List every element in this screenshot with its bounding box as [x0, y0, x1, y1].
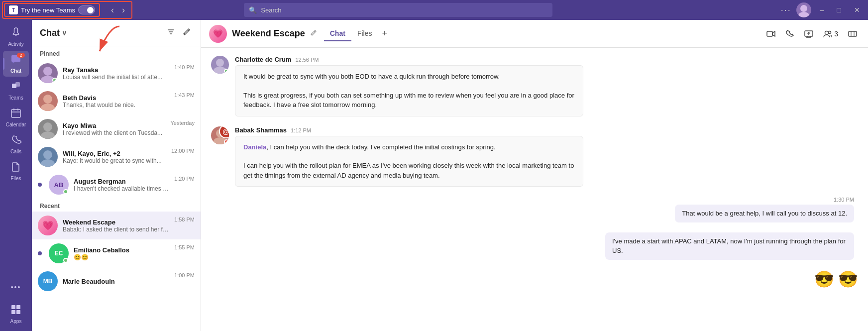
ray-time: 1:40 PM — [174, 64, 195, 70]
chat-panel-title[interactable]: Chat ∨ — [40, 28, 67, 38]
chat-header-icons — [165, 26, 193, 40]
svg-point-18 — [43, 67, 52, 76]
activity-label: Activity — [8, 41, 24, 47]
we-name: Weekend Escape — [63, 219, 169, 226]
ray-avatar — [38, 63, 58, 83]
chat-item-beth[interactable]: Beth Davis Thanks, that would be nice. 1… — [32, 87, 201, 115]
minimize-button[interactable]: – — [816, 5, 828, 15]
rail-item-apps[interactable]: Apps — [3, 301, 29, 327]
babak-time: 1:12 PM — [291, 127, 311, 133]
try-new-teams-banner[interactable]: T Try the new Teams — [4, 3, 100, 17]
more-options-button[interactable] — [845, 26, 860, 41]
emiliano-time: 1:55 PM — [174, 244, 195, 250]
svg-point-22 — [43, 122, 52, 131]
august-online — [63, 189, 68, 194]
ray-name: Ray Tanaka — [63, 66, 169, 74]
chat-item-ray[interactable]: Ray Tanaka Louisa will send the initial … — [32, 59, 201, 87]
marie-avatar: MB — [38, 271, 58, 291]
beth-preview: Thanks, that would be nice. — [63, 102, 169, 109]
chat-item-kayo[interactable]: Kayo Miwa I reviewed with the client on … — [32, 115, 201, 143]
charlotte-avatar — [211, 56, 229, 74]
calendar-label: Calendar — [6, 122, 26, 127]
content-tabs: Chat Files + — [324, 26, 391, 41]
teams-icon: T — [9, 5, 18, 14]
content-area: 💗 Weekend Escape Chat Files + — [201, 20, 868, 331]
will-preview: Kayo: It would be great to sync with... — [63, 157, 166, 164]
svg-point-0 — [800, 5, 807, 12]
svg-point-24 — [43, 150, 52, 159]
right-message-1-container: 1:30 PM That would be a great help, I wi… — [675, 197, 854, 222]
maximize-button[interactable]: □ — [833, 5, 845, 15]
forward-button[interactable]: › — [119, 4, 128, 16]
right-bubble-1: That would be a great help, I will call … — [675, 205, 854, 222]
chat-item-august[interactable]: AB August Bergman I haven't checked avai… — [32, 171, 201, 199]
svg-point-1 — [798, 12, 809, 17]
babak-busy-indicator — [224, 139, 229, 144]
emiliano-chat-info: Emiliano Ceballos 😊😊 — [74, 246, 169, 261]
apps-label: Apps — [10, 319, 22, 324]
audio-call-button[interactable] — [782, 26, 797, 41]
apps-icon — [10, 304, 21, 318]
try-teams-toggle[interactable] — [78, 5, 95, 14]
message-babak: @ Babak Shammas 1:12 PM Daniela, I can h… — [211, 126, 858, 187]
left-rail: Activity 2 Chat Teams — [0, 20, 32, 331]
august-preview: I haven't checked available times yet — [74, 185, 169, 192]
babak-avatar: @ — [211, 126, 229, 144]
chat-item-weekend-escape[interactable]: 💗 Weekend Escape Babak: I asked the clie… — [32, 212, 201, 239]
rail-item-teams[interactable]: Teams — [3, 78, 29, 104]
rail-item-files[interactable]: Files — [3, 158, 29, 184]
recent-section-label: Recent — [32, 199, 201, 212]
back-button[interactable]: ‹ — [108, 4, 117, 16]
tab-files[interactable]: Files — [351, 26, 378, 41]
kayo-time: Yesterday — [170, 120, 195, 126]
rail-item-more[interactable]: ••• — [3, 280, 29, 294]
svg-point-25 — [41, 159, 55, 167]
try-new-teams-label: Try the new Teams — [21, 6, 75, 14]
svg-rect-12 — [16, 305, 20, 309]
tab-chat[interactable]: Chat — [324, 26, 351, 41]
chat-panel-title-text: Chat — [40, 28, 60, 38]
charlotte-sender: Charlotte de Crum — [235, 56, 291, 63]
babak-msg-body: Babak Shammas 1:12 PM Daniela, I can hel… — [235, 126, 858, 187]
nav-controls: ‹ › — [108, 4, 128, 16]
we-header-avatar: 💗 — [209, 25, 227, 43]
edit-icon[interactable] — [310, 29, 317, 38]
chat-item-emiliano[interactable]: EC Emiliano Ceballos 😊😊 1:55 PM — [32, 239, 201, 267]
august-avatar: AB — [49, 175, 69, 195]
messages-area: Charlotte de Crum 12:56 PM It would be g… — [201, 48, 868, 331]
svg-rect-30 — [849, 31, 857, 36]
babak-msg-header: Babak Shammas 1:12 PM — [235, 126, 858, 134]
participant-count-display: 3 — [820, 26, 841, 41]
titlebar-actions: ··· – □ ✕ — [781, 2, 864, 17]
compose-button[interactable] — [181, 26, 193, 40]
more-options[interactable]: ··· — [781, 5, 791, 15]
rail-item-activity[interactable]: Activity — [3, 24, 29, 50]
charlotte-msg-header: Charlotte de Crum 12:56 PM — [235, 56, 858, 63]
ray-chat-info: Ray Tanaka Louisa will send the initial … — [63, 66, 169, 81]
filter-button[interactable] — [165, 26, 177, 40]
close-button[interactable]: ✕ — [850, 5, 864, 15]
share-screen-button[interactable] — [801, 26, 816, 41]
search-bar[interactable]: 🔍 Search — [244, 3, 552, 17]
titlebar: T Try the new Teams ‹ › 🔍 Search ··· – □… — [0, 0, 868, 20]
charlotte-online — [224, 69, 229, 74]
add-tab-button[interactable]: + — [378, 26, 391, 41]
marie-initials: MB — [43, 278, 53, 285]
kayo-avatar — [38, 119, 58, 139]
activity-icon — [10, 27, 21, 40]
rail-item-calls[interactable]: Calls — [3, 131, 29, 157]
rail-item-calendar[interactable]: Calendar — [3, 105, 29, 130]
emoji-2: 😎 — [838, 270, 858, 289]
chat-item-marie[interactable]: MB Marie Beaudouin 1:00 PM — [32, 267, 201, 295]
video-call-button[interactable] — [763, 26, 778, 41]
calendar-icon — [10, 108, 21, 121]
svg-point-28 — [825, 31, 829, 34]
rail-item-chat[interactable]: 2 Chat — [3, 51, 29, 77]
charlotte-msg-card: It would be great to sync with you both … — [235, 65, 583, 116]
august-chat-info: August Bergman I haven't checked availab… — [74, 178, 169, 192]
chat-item-will[interactable]: Will, Kayo, Eric, +2 Kayo: It would be g… — [32, 143, 201, 171]
user-avatar[interactable] — [796, 2, 811, 17]
kayo-chat-info: Kayo Miwa I reviewed with the client on … — [63, 122, 165, 136]
files-label: Files — [10, 176, 21, 181]
svg-rect-6 — [15, 82, 20, 87]
